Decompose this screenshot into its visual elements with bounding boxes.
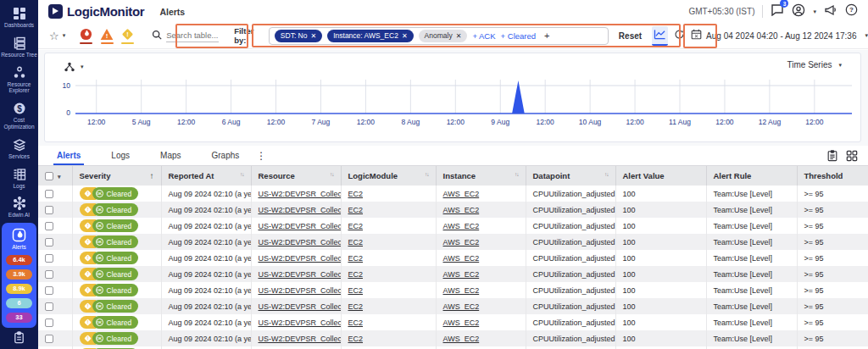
remove-chip-icon[interactable]: ✕ — [456, 32, 462, 40]
table-row[interactable]: ! OKCleared Aug 09 2024 02:10 (a yea... … — [38, 234, 868, 250]
sidebar-item-cost-optimization[interactable]: $ Cost Optimization — [0, 98, 38, 135]
row-checkbox[interactable] — [45, 319, 53, 327]
favorite-star-icon[interactable]: ☆ — [49, 30, 59, 42]
select-menu-caret-icon[interactable]: ▾ — [58, 174, 61, 180]
select-all-checkbox[interactable] — [45, 172, 53, 180]
instance-link[interactable]: AWS_EC2 — [443, 238, 480, 247]
instance-link[interactable]: AWS_EC2 — [443, 319, 480, 327]
user-menu-button[interactable] — [792, 3, 805, 20]
logicmodule-link[interactable]: EC2 — [348, 286, 364, 295]
resource-link[interactable]: US-W2:DEVPSR_Collector... — [259, 270, 342, 279]
table-row[interactable]: ! OKCleared Aug 09 2024 02:10 (a yea... … — [38, 330, 868, 346]
col-logicmodule[interactable]: LogicModule↑↓ — [341, 166, 436, 186]
alerts-other-badge[interactable]: 33 — [6, 313, 32, 323]
logicmodule-link[interactable]: EC2 — [348, 254, 364, 263]
sort-icon[interactable]: ↑↓ — [240, 171, 244, 177]
row-checkbox[interactable] — [45, 286, 53, 295]
filter-chip-instance[interactable]: Instance: AWS_EC2✕ — [327, 30, 413, 42]
sort-icon[interactable]: ↑↓ — [330, 171, 334, 177]
row-checkbox[interactable] — [45, 222, 53, 230]
alerts-warning-badge[interactable]: 8.9k — [6, 284, 32, 294]
resource-link[interactable]: US-W2:DEVPSR_Collector... — [259, 335, 342, 343]
row-checkbox[interactable] — [45, 206, 53, 214]
sidebar-item-reports[interactable] — [0, 328, 38, 348]
alerts-critical-badge[interactable]: 6.4k — [6, 255, 32, 265]
row-checkbox[interactable] — [45, 270, 53, 279]
sidebar-item-edwin-ai[interactable]: Edwin AI — [0, 193, 38, 223]
row-checkbox[interactable] — [45, 302, 53, 311]
notifications-button[interactable]: 3 — [771, 3, 784, 19]
logicmonitor-logo[interactable]: LogicMonitor — [48, 4, 144, 19]
logicmodule-link[interactable]: EC2 — [348, 335, 364, 343]
table-row[interactable]: ! OKCleared Aug 09 2024 02:10 (a yea... … — [38, 186, 868, 202]
col-reported-at[interactable]: Reported At↑↓ — [161, 166, 251, 186]
col-alert-value[interactable]: Alert Value — [615, 166, 706, 186]
table-row[interactable]: ! OKCleared Aug 09 2024 02:10 (a yea... … — [38, 250, 868, 266]
tab-logs[interactable]: Logs — [99, 146, 142, 165]
sidebar-item-logs[interactable]: Logs — [0, 164, 38, 194]
table-row[interactable]: ! OKCleared Aug 09 2024 02:10 (a yea... … — [38, 266, 868, 282]
topology-control[interactable]: ▾ — [64, 61, 84, 73]
instance-link[interactable]: AWS_EC2 — [443, 335, 480, 343]
resource-link[interactable]: US-W2:DEVPSR_Collector... — [259, 206, 342, 214]
report-view-button[interactable] — [826, 150, 838, 162]
resource-link[interactable]: US-W2:DEVPSR_Collector... — [259, 190, 342, 198]
logicmodule-link[interactable]: EC2 — [348, 190, 364, 198]
sort-icon[interactable]: ↑↓ — [425, 171, 429, 177]
tab-maps[interactable]: Maps — [148, 146, 192, 165]
table-row[interactable]: ! OKCleared Aug 09 2024 02:10 (a yea... … — [38, 202, 868, 218]
instance-link[interactable]: AWS_EC2 — [443, 206, 480, 214]
table-row[interactable]: ! OKCleared Aug 09 2024 02:10 (a yea... … — [38, 314, 868, 330]
user-menu-caret-icon[interactable]: ▾ — [813, 8, 816, 15]
tab-graphs[interactable]: Graphs — [200, 146, 252, 165]
logicmodule-link[interactable]: EC2 — [348, 319, 364, 327]
alerts-info-badge[interactable]: 6 — [6, 298, 32, 308]
resource-link[interactable]: US-W2:DEVPSR_Collector... — [259, 286, 342, 295]
error-filter-toggle[interactable]: ! — [100, 28, 114, 44]
col-resource[interactable]: Resource↑↓ — [251, 166, 341, 186]
sidebar-item-dashboards[interactable]: Dashboards — [0, 3, 38, 33]
col-threshold[interactable]: Threshold — [797, 166, 868, 186]
quick-filter-cleared[interactable]: + Cleared — [501, 31, 536, 41]
tabs-overflow-menu-icon[interactable]: ⋮ — [256, 150, 266, 162]
col-alert-rule[interactable]: Alert Rule — [706, 166, 797, 186]
sort-asc-icon[interactable]: ↑ — [150, 171, 154, 180]
sidebar-item-alerts[interactable]: Alerts 6.4k 3.9k 8.9k 6 33 — [2, 223, 36, 328]
instance-link[interactable]: AWS_EC2 — [443, 222, 480, 230]
logicmodule-link[interactable]: EC2 — [348, 270, 364, 279]
search-input[interactable] — [166, 30, 219, 42]
card-view-button[interactable] — [846, 150, 858, 162]
instance-link[interactable]: AWS_EC2 — [443, 254, 480, 263]
table-row[interactable]: ! OKCleared Aug 09 2024 02:10 (a yea... … — [38, 218, 868, 234]
help-button[interactable]: ? — [845, 3, 858, 19]
col-severity[interactable]: Severity↑ — [72, 166, 161, 186]
filter-chip-sdt[interactable]: SDT: No✕ — [275, 30, 322, 42]
logicmodule-link[interactable]: EC2 — [348, 222, 364, 230]
table-row[interactable]: ! OKCleared Aug 09 2024 02:10 (a yea... … — [38, 282, 868, 298]
quick-filter-ack[interactable]: + ACK — [472, 31, 495, 41]
table-row[interactable]: ! OKCleared Aug 09 2024 02:10 (a yea... … — [38, 298, 868, 314]
row-checkbox[interactable] — [45, 238, 53, 247]
tab-alerts[interactable]: Alerts — [45, 146, 92, 165]
reset-button[interactable]: Reset — [619, 31, 642, 41]
remove-chip-icon[interactable]: ✕ — [310, 32, 316, 40]
sidebar-item-resource-tree[interactable]: Resource Tree — [0, 33, 38, 63]
calendar-button[interactable] — [691, 28, 702, 43]
logicmodule-link[interactable]: EC2 — [348, 206, 364, 214]
instance-link[interactable]: AWS_EC2 — [443, 302, 480, 311]
sort-icon[interactable]: ↑↓ — [515, 171, 519, 177]
filter-bar[interactable]: SDT: No✕ Instance: AWS_EC2✕ Anomaly✕ + A… — [269, 27, 609, 45]
sort-icon[interactable]: ↑↓ — [604, 171, 609, 177]
refresh-button[interactable] — [674, 28, 685, 43]
chart-view-toggle[interactable] — [652, 26, 668, 46]
critical-filter-toggle[interactable] — [80, 28, 92, 44]
instance-link[interactable]: AWS_EC2 — [443, 270, 480, 279]
warning-filter-toggle[interactable]: ! — [121, 28, 134, 44]
timeseries-plot[interactable] — [75, 80, 852, 114]
resource-link[interactable]: US-W2:DEVPSR_Collector... — [259, 254, 342, 263]
chart-type-select[interactable]: Time Series ▾ — [787, 60, 843, 69]
add-filter-button[interactable]: + — [544, 30, 549, 41]
filter-chip-anomaly[interactable]: Anomaly✕ — [419, 30, 468, 42]
row-checkbox[interactable] — [45, 254, 53, 263]
announcements-button[interactable] — [824, 4, 837, 19]
